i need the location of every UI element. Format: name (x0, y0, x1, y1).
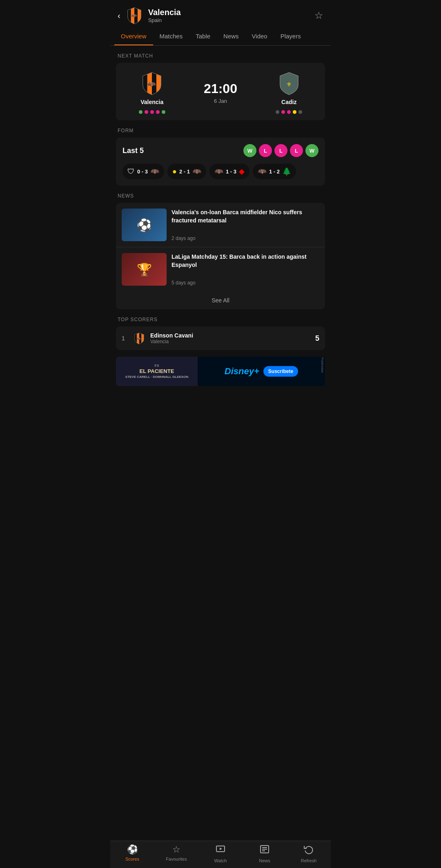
mini-logo-val3: 🦇 (214, 167, 223, 176)
mini-logo-val2: 🦇 (192, 167, 201, 176)
form-badges: W L L L W (243, 144, 318, 157)
scorer-team-1: Valencia (150, 339, 310, 344)
mini-logo-mirandes: 🛡 (127, 167, 135, 176)
svg-text:⚜: ⚜ (286, 81, 292, 88)
form-match-item[interactable]: 🦇 1 - 2 🌲 (253, 164, 296, 179)
see-all-button[interactable]: See All (116, 291, 325, 309)
form-match-item[interactable]: 🦇 1 - 3 ◆ (209, 164, 249, 179)
scorers-card: 1 🦇 Edinson Cavani Valencia 5 (116, 326, 325, 350)
disney-logo: Disney+ (225, 366, 259, 377)
match-time: 21:00 (204, 81, 237, 96)
mini-logo-almeria: ◆ (239, 167, 245, 176)
news-content-2: LaLiga Matchday 15: Barca back in action… (172, 253, 319, 286)
team-name: Valencia (148, 8, 181, 17)
scorer-name-1: Edinson Cavani (150, 332, 310, 339)
form-header: Last 5 W L L L W (122, 144, 318, 157)
match-date: 6 Jan (214, 98, 227, 104)
news-item-1[interactable]: ⚽ Valencia's on-loan Barca midfielder Ni… (116, 203, 325, 247)
scorer-rank-1: 1 (122, 335, 128, 342)
news-title-2: LaLiga Matchday 15: Barca back in action… (172, 253, 319, 269)
favorite-button[interactable]: ☆ (314, 10, 323, 21)
match-center: 21:00 6 Jan (183, 81, 258, 104)
form-section-label: FORM (110, 120, 331, 138)
form-score-2: 2 - 1 (179, 169, 190, 175)
news-thumb-1: ⚽ (122, 209, 167, 241)
form-score-3: 1 - 3 (226, 169, 236, 175)
suscribete-button[interactable]: Suscríbete (263, 366, 298, 377)
news-time-1: 2 days ago (172, 235, 319, 241)
news-thumb-2: 🏆 (122, 253, 167, 286)
team-logo-header: 🦇 (125, 7, 143, 24)
svg-text:🦇: 🦇 (131, 13, 138, 18)
match-teams: 🦇 Valencia 21:00 6 Jan (121, 71, 320, 114)
form-badge-l2: L (274, 144, 287, 157)
nav-tabs: Overview Matches Table News Video Player… (110, 28, 331, 46)
header: ‹ 🦇 Valencia Spain (110, 0, 331, 28)
scorer-goals-1: 5 (315, 334, 319, 343)
tab-matches[interactable]: Matches (153, 28, 189, 45)
bottom-spacer (110, 386, 331, 423)
away-team-side: ⚜ Cadiz (258, 71, 321, 114)
team-info: Valencia Spain (148, 8, 181, 23)
news-content-1: Valencia's on-loan Barca midfielder Nico… (172, 209, 319, 241)
form-match-item[interactable]: 🛡 0 - 3 🦇 (122, 164, 164, 179)
news-card: ⚽ Valencia's on-loan Barca midfielder Ni… (116, 203, 325, 309)
tab-overview[interactable]: Overview (114, 28, 153, 45)
team-country: Spain (148, 17, 181, 23)
tab-table[interactable]: Table (189, 28, 217, 45)
form-score-1: 0 - 3 (137, 169, 148, 175)
back-button[interactable]: ‹ (118, 11, 120, 20)
mini-logo-villarreal: ● (172, 167, 177, 176)
form-badge-l1: L (259, 144, 272, 157)
away-form-dots (276, 110, 302, 114)
next-match-label: NEXT MATCH (110, 46, 331, 63)
next-match-card: 🦇 Valencia 21:00 6 Jan (116, 63, 325, 120)
news-title-1: Valencia's on-loan Barca midfielder Nico… (172, 209, 319, 224)
form-badge-w1: W (243, 144, 256, 157)
svg-text:🦇: 🦇 (148, 80, 157, 89)
scorer-logo-1: 🦇 (133, 332, 145, 344)
home-team-name: Valencia (140, 99, 163, 105)
top-scorers-label: TOP SCORERS (110, 309, 331, 326)
news-item-2[interactable]: 🏆 LaLiga Matchday 15: Barca back in acti… (116, 247, 325, 291)
form-match-item[interactable]: ● 2 - 1 🦇 (167, 164, 206, 179)
ad-publicidad-label: Publicidad (321, 357, 324, 373)
news-section-label: NEWS (110, 186, 331, 203)
form-badge-w2: W (305, 144, 318, 157)
tab-players[interactable]: Players (274, 28, 307, 45)
ad-banner[interactable]: FX EL PACIENTE STEVE CARELL · DOMHNALL G… (116, 357, 325, 386)
tab-news[interactable]: News (217, 28, 245, 45)
form-title: Last 5 (122, 147, 144, 155)
scorer-row-1: 1 🦇 Edinson Cavani Valencia 5 (122, 332, 319, 344)
ad-left-text: FX EL PACIENTE STEVE CARELL · DOMHNALL G… (125, 364, 188, 380)
away-team-name: Cadiz (281, 99, 296, 105)
form-matches: 🛡 0 - 3 🦇 ● 2 - 1 🦇 🦇 1 - 3 ◆ 🦇 1 - 2 🌲 (122, 164, 318, 179)
form-score-4: 1 - 2 (269, 169, 280, 175)
home-form-dots (139, 110, 165, 114)
form-badge-l3: L (290, 144, 303, 157)
mini-logo-val4: 🦇 (258, 167, 267, 176)
ad-left: FX EL PACIENTE STEVE CARELL · DOMHNALL G… (116, 357, 198, 386)
news-time-2: 5 days ago (172, 280, 319, 286)
ad-right: Disney+ Suscríbete (198, 357, 325, 386)
form-card: Last 5 W L L L W 🛡 0 - 3 🦇 ● 2 - 1 🦇 🦇 1… (116, 138, 325, 186)
tab-video[interactable]: Video (245, 28, 274, 45)
header-left: ‹ 🦇 Valencia Spain (118, 7, 181, 24)
svg-text:🦇: 🦇 (137, 337, 142, 341)
home-team-side: 🦇 Valencia (121, 71, 183, 114)
scorer-info-1: Edinson Cavani Valencia (150, 332, 310, 344)
home-team-logo: 🦇 (140, 71, 164, 95)
mini-logo-forest: 🌲 (282, 167, 291, 176)
mini-logo-val1: 🦇 (150, 167, 159, 176)
away-team-logo: ⚜ (277, 71, 301, 95)
